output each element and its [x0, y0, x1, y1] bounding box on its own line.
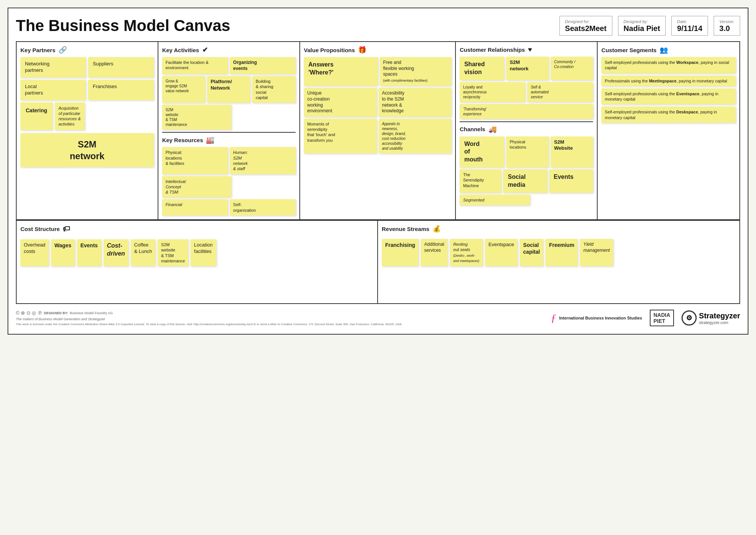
list-item: Physicallocations	[506, 136, 548, 167]
list-item: Answers'Where?'	[304, 57, 378, 86]
list-item: Facilitate the location &environment	[162, 57, 228, 74]
canvas-grid: Key Partners 🔗 Networkingpartners Suppli…	[16, 41, 740, 304]
key-activities-icon: ✔	[202, 46, 208, 54]
list-item: Financial	[162, 199, 228, 216]
list-item: Professionals using the Meetingspace, pa…	[601, 76, 736, 86]
cost-structure-title: Cost Structure 🏷	[20, 225, 373, 233]
bottom-section: Cost Structure 🏷 Overheadcosts Wages Eve…	[17, 220, 739, 303]
cs-notes: Self-employed professionals using the Wo…	[601, 57, 736, 123]
list-item: S2Mnetwork	[506, 57, 548, 80]
vp-row-1: Answers'Where?' Free andflexible working…	[304, 57, 451, 86]
list-item: Self-employed professionals using the De…	[601, 107, 736, 123]
strategyzer-url: strategyzer.com	[699, 320, 740, 325]
designed-by-label: DESIGNED BY:	[44, 311, 68, 315]
designed-for-value: Seats2Meet	[565, 24, 607, 33]
footer-left: © ⊕ ⊙ ◎ ℗ DESIGNED BY: Business Model Fo…	[16, 310, 543, 326]
list-item: Grow &engage S2Mvalue network	[162, 76, 205, 103]
list-item: Self &automatedservice	[527, 82, 593, 102]
list-item: Uniqueco-creationworkingenvironment	[304, 88, 377, 116]
main-title: The Business Model Canvas	[16, 17, 559, 35]
value-propositions-notes: Answers'Where?' Free andflexible working…	[304, 57, 451, 154]
list-item: Appeals tonewness,design, brand,cost red…	[379, 119, 452, 154]
list-item: Eventspace	[485, 239, 517, 266]
cr-row-3: 'Transforming'experience	[460, 104, 593, 119]
ibis-text: International Business Innovation Studie…	[559, 315, 642, 321]
customer-relationships-title: Customer Relationships ♥	[460, 46, 593, 54]
designed-for-label: Designed for:	[565, 19, 590, 24]
revenue-streams-notes: Franchising Additionalservices Rentingou…	[382, 236, 736, 269]
vp-row-2: Uniqueco-creationworkingenvironment Acce…	[304, 88, 451, 116]
cr-row-2: Loyalty andasynchronousreciprocity Self …	[460, 82, 593, 102]
vp-row-3: Moments ofserendipitythat 'touch' andtra…	[304, 119, 451, 154]
date-box: Date: 9/11/14	[671, 16, 708, 36]
ibis-logo: ƒ International Business Innovation Stud…	[551, 312, 642, 324]
list-item: S2Mwebsite& TSMmaintenance	[162, 105, 231, 130]
designed-for-box: Designed for: Seats2Meet	[559, 16, 612, 36]
list-item: Wages	[51, 239, 75, 266]
designed-by-label: Designed by:	[624, 19, 648, 24]
cc-icons: © ⊕ ⊙ ◎ ℗	[16, 310, 42, 316]
version-box: Version: 3.0	[714, 16, 740, 36]
key-resources-title: Key Resources 🏭	[162, 136, 296, 144]
list-item: Coffee& Lunch	[131, 239, 156, 266]
key-resources-icon: 🏭	[206, 136, 214, 144]
nadia-logo: NADIAPIET	[650, 310, 674, 326]
customer-relationships-icon: ♥	[528, 46, 532, 54]
date-label: Date:	[677, 19, 687, 24]
s2m-network-note: S2Mnetwork	[20, 133, 154, 167]
customer-relationships-section: Customer Relationships ♥ Sharedvision S2…	[456, 42, 598, 219]
list-item: Rentingout seats(Desks-, work-and meetsp…	[450, 239, 483, 266]
top-section: Key Partners 🔗 Networkingpartners Suppli…	[17, 42, 739, 220]
list-item: Suppliers	[88, 57, 153, 78]
ibis-symbol: ƒ	[551, 312, 556, 324]
strategyzer-icon: ⚙	[682, 310, 697, 326]
channels-title: Channels 🚚	[460, 125, 593, 133]
key-partners-section: Key Partners 🔗 Networkingpartners Suppli…	[17, 42, 158, 219]
designed-by-value: Nadia Piet	[624, 24, 660, 33]
footer-right: ƒ International Business Innovation Stud…	[551, 310, 740, 326]
list-item: Networkingpartners	[20, 57, 86, 78]
list-item: Wordofmouth	[460, 136, 504, 167]
list-item: S2MWebsite	[551, 136, 593, 167]
customer-segments-icon: 👥	[660, 46, 668, 54]
version-value: 3.0	[719, 24, 734, 33]
list-item: Localpartners	[20, 80, 86, 100]
list-item: Cost-driven	[104, 239, 129, 266]
cr-notes: Sharedvision S2Mnetwork Community /Co-cr…	[460, 57, 593, 119]
list-item: S2Mwebsite& TSMmaintenance	[158, 239, 188, 266]
value-propositions-icon: 🎁	[358, 46, 366, 54]
version-label: Version:	[719, 19, 734, 24]
designed-by-value: Business Model Foundry AG	[70, 311, 113, 315]
ka-row-1: Facilitate the location &environment Org…	[162, 57, 296, 74]
list-item: Building& sharingsocialcapital	[252, 76, 295, 103]
list-item: Free andflexible workingspaces(with comp…	[380, 57, 452, 86]
strategyzer-text: Strategyzer strategyzer.com	[699, 312, 740, 325]
kr-row-1: Physical:locations& facilities Human:S2M…	[162, 147, 296, 174]
list-item: Sharedvision	[460, 57, 504, 80]
list-item: Loyalty andasynchronousreciprocity	[460, 82, 525, 102]
value-propositions-section: Value Propositions 🎁 Answers'Where?' Fre…	[300, 42, 456, 219]
list-item: Freemium	[545, 239, 578, 266]
revenue-streams-section: Revenue Streams 💰 Franchising Additional…	[378, 220, 739, 303]
list-item: Acquisitionof particularresources &activ…	[55, 102, 85, 130]
page-container: The Business Model Canvas Designed for: …	[8, 8, 748, 335]
list-item: Human:S2Mnetwork& staff	[230, 147, 296, 174]
list-item: Additionalservices	[421, 239, 448, 266]
ch-row-3: Segmented	[460, 195, 593, 205]
strategyzer-name: Strategyzer	[699, 312, 740, 320]
list-item: Self-employed professionals using the Wo…	[601, 57, 736, 73]
header-meta: Designed for: Seats2Meet Designed by: Na…	[559, 16, 740, 36]
channels-icon: 🚚	[488, 125, 497, 133]
footer: © ⊕ ⊙ ◎ ℗ DESIGNED BY: Business Model Fo…	[16, 310, 740, 326]
customer-segments-title: Customer Segments 👥	[601, 46, 736, 54]
ka-row-2: Grow &engage S2Mvalue network Platform/N…	[162, 76, 296, 103]
key-partners-notes: Networkingpartners Suppliers Localpartne…	[20, 57, 154, 100]
list-item: Catering	[20, 102, 53, 130]
cr-row-1: Sharedvision S2Mnetwork Community /Co-cr…	[460, 57, 593, 80]
channels-notes: Wordofmouth Physicallocations S2MWebsite…	[460, 136, 593, 205]
list-item: Physical:locations& facilities	[162, 147, 228, 174]
ka-row-3: S2Mwebsite& TSMmaintenance	[162, 105, 296, 130]
revenue-streams-icon: 💰	[432, 225, 441, 233]
cost-structure-notes: Overheadcosts Wages Events Cost-driven C…	[20, 236, 373, 269]
date-value: 9/11/14	[677, 24, 702, 33]
